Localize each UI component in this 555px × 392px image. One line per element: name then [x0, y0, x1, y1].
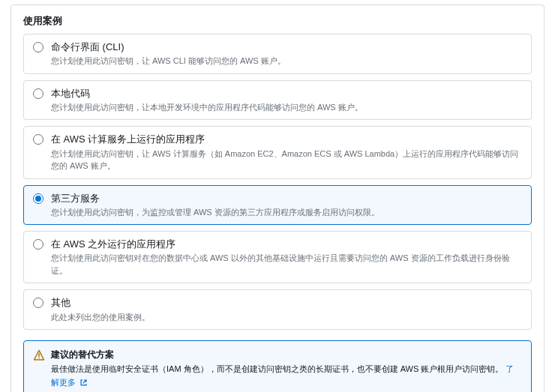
radio-description: 您计划使用此访问密钥，让本地开发环境中的应用程序代码能够访问您的 AWS 账户。	[51, 101, 522, 114]
radio-option-2[interactable]: 在 AWS 计算服务上运行的应用程序您计划使用此访问密钥，让 AWS 计算服务（…	[23, 126, 532, 178]
radio-indicator	[33, 88, 44, 99]
radio-label: 在 AWS 计算服务上运行的应用程序	[51, 133, 522, 146]
radio-indicator	[33, 134, 44, 145]
alternative-alert: 建议的替代方案 最佳做法是使用临时安全证书（IAM 角色），而不是创建访问密钥之…	[23, 340, 532, 392]
radio-label: 本地代码	[51, 87, 522, 100]
radio-option-4[interactable]: 在 AWS 之外运行的应用程序您计划使用此访问密钥对在您的数据中心或 AWS 以…	[23, 231, 532, 283]
radio-label: 第三方服务	[51, 192, 522, 205]
radio-option-0[interactable]: 命令行界面 (CLI)您计划使用此访问密钥，让 AWS CLI 能够访问您的 A…	[23, 34, 532, 74]
radio-indicator	[33, 298, 44, 308]
svg-point-1	[38, 358, 40, 359]
alert-text: 最佳做法是使用临时安全证书（IAM 角色），而不是创建访问密钥之类的长期证书，也…	[51, 363, 522, 389]
use-case-panel: 使用案例 命令行界面 (CLI)您计划使用此访问密钥，让 AWS CLI 能够访…	[10, 4, 544, 392]
radio-description: 您计划使用此访问密钥，让 AWS CLI 能够访问您的 AWS 账户。	[51, 55, 522, 67]
radio-label: 在 AWS 之外运行的应用程序	[51, 238, 522, 251]
radio-indicator	[33, 239, 44, 250]
radio-indicator	[33, 42, 44, 52]
radio-description: 您计划使用此访问密钥，为监控或管理 AWS 资源的第三方应用程序或服务启用访问权…	[51, 206, 522, 219]
radio-indicator	[33, 193, 44, 204]
radio-label: 其他	[51, 296, 522, 310]
radio-description: 此处未列出您的使用案例。	[51, 311, 522, 324]
alert-title: 建议的替代方案	[51, 349, 522, 361]
radio-option-1[interactable]: 本地代码您计划使用此访问密钥，让本地开发环境中的应用程序代码能够访问您的 AWS…	[23, 80, 532, 121]
section-title: 使用案例	[23, 14, 532, 28]
warning-icon	[33, 349, 45, 364]
external-link-icon	[80, 379, 88, 387]
radio-label: 命令行界面 (CLI)	[51, 40, 522, 54]
radio-group: 命令行界面 (CLI)您计划使用此访问密钥，让 AWS CLI 能够访问您的 A…	[23, 34, 532, 330]
radio-option-5[interactable]: 其他此处未列出您的使用案例。	[23, 289, 532, 330]
radio-description: 您计划使用此访问密钥对在您的数据中心或 AWS 以外的其他基础设施中运行且需要访…	[51, 252, 522, 277]
alert-body: 建议的替代方案 最佳做法是使用临时安全证书（IAM 角色），而不是创建访问密钥之…	[51, 349, 522, 389]
radio-description: 您计划使用此访问密钥，让 AWS 计算服务（如 Amazon EC2、Amazo…	[51, 148, 522, 172]
radio-option-3[interactable]: 第三方服务您计划使用此访问密钥，为监控或管理 AWS 资源的第三方应用程序或服务…	[23, 185, 532, 226]
